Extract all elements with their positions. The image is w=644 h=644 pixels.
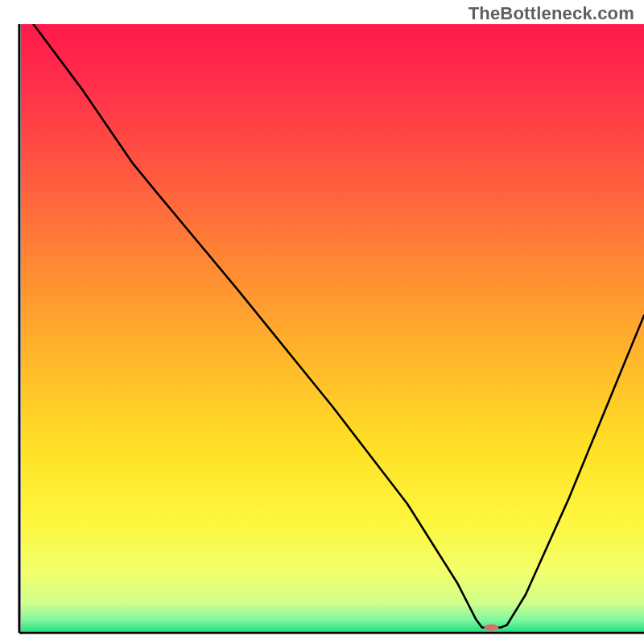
bottleneck-chart [0, 0, 644, 644]
watermark-text: TheBottleneck.com [469, 3, 634, 24]
optimal-point-marker [484, 624, 498, 630]
chart-container: TheBottleneck.com [0, 0, 644, 644]
